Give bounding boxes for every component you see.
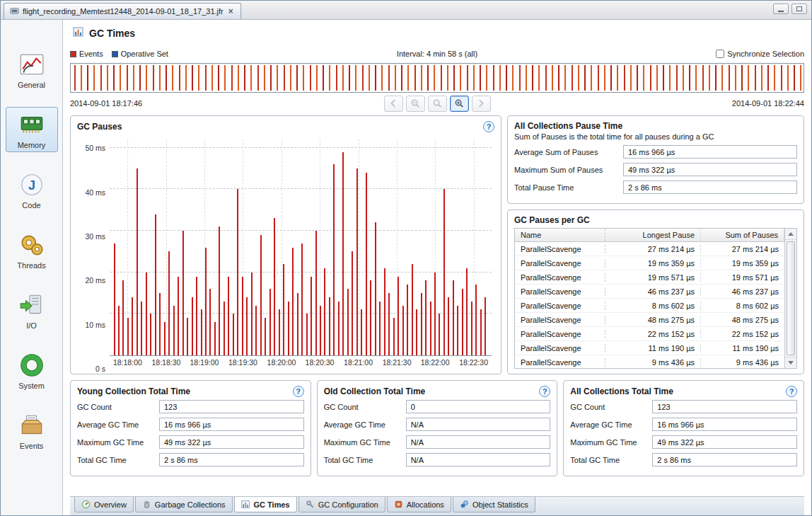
cell-sum-of-pauses: 8 ms 602 µs (701, 302, 784, 310)
field-label: GC Count (324, 403, 402, 411)
field-row: Total GC TimeN/A (324, 453, 551, 466)
table-scrollbar[interactable] (784, 229, 796, 368)
timeline-event-line (447, 65, 448, 91)
nav-forward-button[interactable] (472, 96, 491, 112)
table-row[interactable]: ParallelScavenge48 ms 275 µs48 ms 275 µs (515, 313, 784, 327)
gridline-horizontal (110, 230, 492, 231)
maximize-button[interactable] (791, 4, 807, 14)
panel-title-row: Young Collection Total Time? (77, 386, 304, 397)
timeline-event-line (715, 65, 717, 91)
help-icon[interactable]: ? (293, 386, 304, 397)
column-header-name[interactable]: Name (515, 229, 605, 241)
panel-title: Old Collection Total Time (324, 386, 426, 396)
field-label: Maximum GC Time (570, 438, 648, 447)
pause-time-title: All Collections Pause Time (514, 121, 622, 131)
gc-pause-spike (122, 280, 124, 355)
cell-sum-of-pauses: 19 ms 571 µs (701, 273, 784, 282)
table-row[interactable]: ParallelScavenge22 ms 152 µs22 ms 152 µs (515, 327, 784, 341)
timeline-event-line (702, 65, 704, 91)
tab-garbage-collections[interactable]: Garbage Collections (135, 497, 233, 512)
field-value-maximum-gc-time[interactable]: N/A (406, 435, 551, 449)
timeline-event-line (748, 65, 749, 91)
field-value-average-gc-time[interactable]: 16 ms 966 µs (652, 418, 797, 431)
chart-plot[interactable] (110, 139, 492, 356)
minimize-button[interactable] (773, 4, 789, 14)
field-value-total-gc-time[interactable]: 2 s 86 ms (159, 453, 304, 466)
cell-name: ParallelScavenge (515, 302, 605, 310)
field-value-gc-count[interactable]: 123 (652, 400, 797, 413)
document-tab[interactable]: flight_recording_Memtest12448_2014-09-01… (4, 3, 241, 19)
field-value-total-gc-time[interactable]: 2 s 86 ms (652, 453, 797, 466)
gc-pause-spike (333, 164, 335, 355)
nav-back-button[interactable] (384, 96, 403, 112)
table-row[interactable]: ParallelScavenge46 ms 237 µs46 ms 237 µs (515, 285, 784, 299)
help-icon[interactable]: ? (539, 386, 550, 397)
gc-pause-spike (219, 227, 220, 355)
table-row[interactable]: ParallelScavenge11 ms 190 µs11 ms 190 µs (515, 341, 784, 355)
help-icon[interactable]: ? (483, 121, 494, 132)
gc-pause-spike (443, 189, 445, 355)
flight-recording-icon (10, 6, 19, 17)
cell-sum-of-pauses: 27 ms 214 µs (701, 245, 784, 253)
sidebar-item-memory[interactable]: Memory (6, 107, 58, 152)
tab-overview[interactable]: Overview (74, 497, 134, 512)
close-tab-icon[interactable]: × (227, 6, 235, 16)
field-value-gc-count[interactable]: 123 (159, 400, 304, 413)
timeline-event-line (166, 65, 167, 91)
table-row[interactable]: ParallelScavenge9 ms 436 µs9 ms 436 µs (515, 355, 784, 368)
table-row[interactable]: ParallelScavenge19 ms 571 µs19 ms 571 µs (515, 270, 784, 285)
field-value-total-gc-time[interactable]: N/A (406, 453, 551, 466)
field-value-gc-count[interactable]: 0 (406, 400, 551, 413)
sidebar-item-events[interactable]: Events (6, 408, 58, 453)
timeline-strip[interactable] (70, 63, 804, 93)
gc-pause-spike (475, 285, 477, 355)
sidebar-item-threads[interactable]: Threads (6, 227, 58, 273)
scroll-up-button[interactable] (785, 229, 796, 240)
synchronize-selection-checkbox[interactable] (716, 50, 724, 58)
field-value-maximum-sum-of-pauses[interactable]: 49 ms 322 µs (623, 163, 797, 176)
sidebar-item-general[interactable]: General (6, 47, 58, 92)
timeline-event-line (486, 65, 487, 91)
sidebar-item-code[interactable]: JCode (6, 167, 58, 212)
field-value-average-gc-time[interactable]: 16 ms 966 µs (159, 418, 304, 431)
gc-pause-spike (269, 289, 271, 355)
tab-label: GC Times (254, 500, 290, 509)
timeline-event-line (100, 65, 102, 91)
gc-pause-spike (187, 318, 188, 355)
gc-pause-spike (384, 268, 385, 355)
tab-object-statistics[interactable]: Object Statistics (453, 497, 535, 512)
scroll-down-button[interactable] (785, 357, 796, 368)
table-row[interactable]: ParallelScavenge8 ms 602 µs8 ms 602 µs (515, 299, 784, 313)
zoom-in-button[interactable] (450, 96, 469, 112)
field-value-maximum-gc-time[interactable]: 49 ms 322 µs (159, 435, 304, 449)
field-value-average-sum-of-pauses[interactable]: 16 ms 966 µs (623, 145, 797, 159)
table-row[interactable]: ParallelScavenge27 ms 214 µs27 ms 214 µs (515, 242, 784, 256)
zoom-selection-button[interactable] (428, 96, 447, 112)
help-icon[interactable]: ? (786, 386, 797, 397)
cell-sum-of-pauses: 9 ms 436 µs (701, 358, 784, 367)
column-header-longest-pause[interactable]: Longest Pause (605, 229, 701, 241)
table-row[interactable]: ParallelScavenge19 ms 359 µs19 ms 359 µs (515, 256, 784, 270)
sidebar-item-system[interactable]: System (6, 348, 58, 393)
timeline-event-line (683, 65, 684, 91)
scrollbar-thumb[interactable] (787, 241, 795, 355)
zoom-out-button[interactable] (406, 96, 425, 112)
tab-gc-configuration[interactable]: GC Configuration (298, 497, 385, 512)
cell-name: ParallelScavenge (515, 245, 605, 253)
tab-allocations[interactable]: Allocations (387, 497, 451, 512)
field-row: Total GC Time2 s 86 ms (570, 453, 797, 466)
gc-pause-spike (260, 235, 262, 355)
timeline-event-line (761, 65, 762, 91)
timeline-event-line (538, 65, 540, 91)
application-window: flight_recording_Memtest12448_2014-09-01… (0, 0, 812, 516)
tab-gc-times[interactable]: GC Times (234, 497, 297, 512)
column-header-sum-of-pauses[interactable]: Sum of Pauses (701, 229, 784, 241)
overview-icon (81, 500, 91, 509)
field-value-average-gc-time[interactable]: N/A (406, 418, 551, 431)
field-value-maximum-gc-time[interactable]: 49 ms 322 µs (652, 435, 797, 449)
timeline-event-line (218, 65, 219, 91)
sidebar-item-i-o[interactable]: I/O (6, 287, 58, 333)
field-value-total-pause-time[interactable]: 2 s 86 ms (623, 180, 797, 194)
cell-name: ParallelScavenge (515, 316, 605, 324)
timeline-event-line (584, 65, 586, 91)
